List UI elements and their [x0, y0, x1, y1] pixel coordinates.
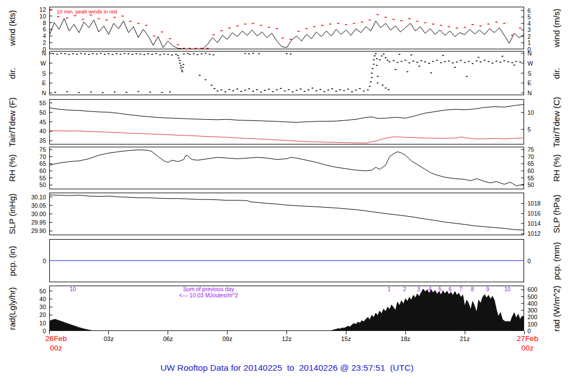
rad-sum-note: Sum of previous day: [152, 286, 265, 292]
rh-plot-canvas: [49, 147, 524, 189]
svg-text:10: 10: [70, 286, 76, 292]
x-start-date-label: 26Feb: [33, 334, 80, 343]
temp-panel: [49, 99, 524, 144]
x-tick: [346, 331, 346, 334]
pcp-plot-canvas: [49, 239, 524, 282]
svg-text:4: 4: [428, 286, 432, 292]
x-tick-label: 06z: [156, 335, 180, 342]
x-tick: [465, 331, 465, 334]
svg-text:9: 9: [486, 286, 489, 292]
x-tick-label: 09z: [215, 335, 240, 342]
figure-title: UW Rooftop Data for 20140225 to 20140226…: [0, 363, 574, 373]
dir-plot-canvas: [49, 51, 524, 95]
svg-text:7: 7: [459, 286, 462, 292]
slp-panel: [49, 193, 524, 235]
svg-text:8: 8: [471, 286, 474, 292]
rad-plot-canvas: 1012345678910: [49, 286, 524, 331]
x-tick-label: 15z: [334, 335, 358, 342]
svg-text:2: 2: [403, 286, 406, 292]
x-tick-label: 18z: [393, 335, 418, 342]
x-end-time-label: 00z: [504, 344, 551, 352]
slp-plot-canvas: [49, 193, 524, 235]
x-start-time-label: 00z: [33, 344, 80, 352]
rh-panel: [49, 147, 524, 189]
wind-peak-note: 10 min. peak winds in red: [57, 8, 117, 15]
x-tick-label: 12z: [275, 335, 299, 342]
x-tick: [108, 331, 109, 334]
rad-right-axis-label: rad (W/m^2): [552, 264, 561, 353]
rad-left-axis-label: rad(Lgly/hr): [8, 264, 17, 353]
x-tick-label: 21z: [452, 335, 477, 342]
wind-panel: [49, 7, 524, 49]
x-tick: [227, 331, 228, 334]
svg-text:6: 6: [448, 286, 452, 292]
svg-text:10: 10: [504, 286, 511, 292]
x-tick: [286, 331, 287, 334]
rad-sum-value: <--- 10.03 MJoules/m^2: [152, 292, 265, 298]
x-end-date-label: 27Feb: [504, 334, 551, 343]
wind-plot-canvas: [49, 7, 524, 49]
weather-figure: 1012345678910 10 min. peak winds in red …: [0, 0, 574, 392]
temp-plot-canvas: [49, 99, 524, 144]
x-tick-label: 03z: [96, 335, 121, 342]
svg-text:1: 1: [387, 286, 391, 292]
x-tick: [168, 331, 168, 334]
svg-text:3: 3: [417, 286, 420, 292]
rad-panel: 1012345678910: [49, 286, 524, 331]
svg-text:5: 5: [438, 286, 442, 292]
dir-panel: [49, 51, 524, 95]
pcp-panel: [49, 239, 524, 282]
x-tick: [405, 331, 406, 334]
